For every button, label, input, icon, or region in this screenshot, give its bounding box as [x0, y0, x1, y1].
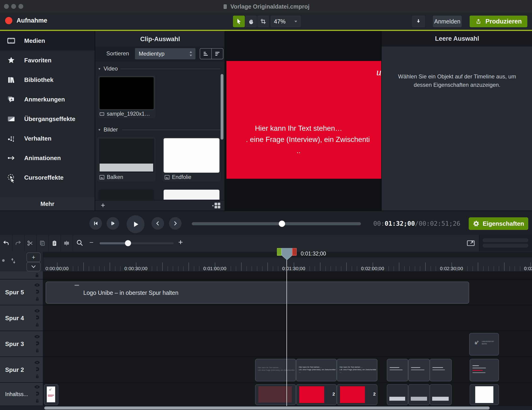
- redo-button[interactable]: [12, 235, 25, 251]
- pan-tool-button[interactable]: [245, 16, 257, 27]
- crop-tool-button[interactable]: [257, 16, 269, 27]
- timeline-zoom-slider-track[interactable]: [100, 242, 174, 244]
- magnet-icon[interactable]: [34, 315, 40, 320]
- track-header-spur2[interactable]: Spur 2: [0, 357, 43, 382]
- sort-ascending-button[interactable]: [200, 49, 212, 59]
- magnet-icon[interactable]: [34, 391, 40, 397]
- clip-media-4[interactable]: [387, 384, 408, 405]
- cursor-tool-button[interactable]: [233, 16, 245, 27]
- clip-text-1[interactable]: Hier kann Ihr Text stehen … z.B. eine Fr…: [255, 359, 296, 381]
- clip-media-5[interactable]: [408, 384, 430, 405]
- clip-startfolie[interactable]: ub: [44, 384, 58, 405]
- canvas-zoom-select[interactable]: 47%: [271, 16, 301, 27]
- record-button[interactable]: Aufnahme: [5, 17, 47, 24]
- seek-slider-knob[interactable]: [279, 220, 285, 227]
- lock-icon[interactable]: [34, 322, 40, 328]
- timeline-zoom-slider-knob[interactable]: [125, 240, 131, 246]
- split-button[interactable]: [60, 235, 73, 251]
- clip-text-3[interactable]: Hier kann Ihr Text stehen … z.B. eine Fr…: [337, 359, 378, 381]
- track-header-inhalt[interactable]: Inhaltss...: [0, 383, 43, 406]
- track-header-spur3[interactable]: Spur 3: [0, 331, 43, 356]
- gear-icon: [473, 220, 479, 227]
- sidebar-item-medien[interactable]: Medien: [0, 31, 95, 50]
- lock-icon[interactable]: [34, 398, 40, 404]
- step-back-button[interactable]: [89, 217, 102, 230]
- paste-button[interactable]: [48, 235, 61, 251]
- clip-media-6[interactable]: [430, 384, 452, 405]
- sidebar-item-animationen[interactable]: Animationen: [0, 148, 95, 168]
- download-button[interactable]: [412, 16, 425, 27]
- eye-icon[interactable]: [34, 309, 40, 313]
- lock-icon[interactable]: [34, 272, 40, 278]
- clip-text-2[interactable]: Hier kann Ihr Text stehen … z.B. eine Fr…: [296, 359, 337, 381]
- partial-thumbnail-dark[interactable]: [98, 190, 154, 200]
- canvas-area[interactable]: Hier kann Ihr Text stehen… . eine Frage …: [225, 31, 382, 210]
- sort-descending-button[interactable]: [212, 49, 223, 59]
- seek-slider-track[interactable]: [192, 222, 361, 225]
- magnet-icon[interactable]: [34, 366, 40, 372]
- lock-icon[interactable]: [34, 374, 40, 379]
- clip-credits[interactable]: [470, 359, 499, 381]
- eye-icon[interactable]: [34, 334, 40, 339]
- clip-media-1[interactable]: [255, 384, 296, 405]
- clip-text-4[interactable]: [387, 359, 408, 381]
- clip-text-5[interactable]: [408, 359, 430, 381]
- eye-icon[interactable]: [34, 385, 40, 389]
- sidebar-item-verhalten[interactable]: Verhalten: [0, 129, 95, 148]
- undo-button[interactable]: [0, 235, 13, 251]
- media-item-video[interactable]: sample_1920x1…: [97, 75, 156, 118]
- produce-button[interactable]: Produzieren: [470, 16, 527, 27]
- minimap-bar[interactable]: [483, 244, 528, 248]
- partial-thumbnail-light[interactable]: [164, 190, 219, 200]
- properties-panel-header: Leere Auswahl: [382, 31, 532, 47]
- track-name: Spur 3: [5, 340, 24, 347]
- magnet-icon[interactable]: [34, 289, 40, 295]
- jump-forward-button[interactable]: [169, 217, 181, 230]
- play-button[interactable]: [127, 215, 144, 233]
- eye-icon[interactable]: [34, 360, 40, 365]
- clip-media-2[interactable]: 2: [296, 384, 337, 405]
- section-images-header[interactable]: ▾ Bilder: [98, 126, 118, 133]
- sort-select[interactable]: Medientyp: [135, 48, 196, 59]
- grid-view-toggle[interactable]: [211, 202, 221, 209]
- clip-text-6[interactable]: [430, 359, 452, 381]
- media-item-endfolie[interactable]: Endfolie: [162, 137, 221, 181]
- sidebar-item-anmerkungen[interactable]: a Anmerkungen: [0, 90, 95, 109]
- zoom-out-button[interactable]: −: [89, 238, 94, 247]
- step-forward-button[interactable]: [107, 217, 119, 230]
- track-row-inhalt: Inhaltss... ub 2 2: [0, 383, 532, 406]
- timeline-hscroll-thumb[interactable]: [44, 407, 490, 410]
- track-header-spur5[interactable]: Spur 5: [0, 279, 43, 305]
- playhead-marker[interactable]: [277, 248, 298, 261]
- clip-logo-unibe[interactable]: Logo Unibe – in oberster Spur halten: [46, 282, 469, 304]
- properties-toggle-button[interactable]: Eigenschaften: [469, 217, 528, 230]
- cut-button[interactable]: [24, 235, 37, 251]
- slide-text-line1: Hier kann Ihr Text stehen…: [225, 124, 378, 133]
- sidebar-item-uebergangseffekte[interactable]: Übergangseffekte: [0, 109, 95, 129]
- detach-timeline-button[interactable]: [463, 237, 478, 249]
- add-media-button[interactable]: +: [101, 201, 105, 210]
- canvas-slide[interactable]: Hier kann Ihr Text stehen… . eine Frage …: [227, 61, 382, 179]
- eye-icon[interactable]: [34, 283, 40, 287]
- minimap-bar[interactable]: [483, 238, 528, 242]
- bin-scrollbar[interactable]: [221, 74, 223, 140]
- sidebar-item-bibliothek[interactable]: Bibliothek: [0, 70, 95, 90]
- copy-button[interactable]: [36, 235, 49, 251]
- lock-icon[interactable]: [34, 296, 40, 302]
- sort-label: Sortieren: [106, 50, 129, 57]
- zoom-in-button[interactable]: +: [178, 238, 183, 247]
- magnet-icon[interactable]: [34, 341, 40, 346]
- sidebar-more-button[interactable]: Mehr: [0, 197, 95, 210]
- media-item-balken[interactable]: Balken: [97, 137, 156, 181]
- playhead-line[interactable]: [286, 257, 287, 406]
- sidebar-item-favoriten[interactable]: Favoriten: [0, 50, 95, 70]
- lock-icon[interactable]: [34, 348, 40, 353]
- clip-unibe-logo-image[interactable]: ub UNIVERSITÄTBERN: [469, 333, 499, 355]
- zoom-timeline-button[interactable]: [76, 239, 84, 247]
- clip-media-3[interactable]: 2: [337, 384, 378, 405]
- track-header-spur4[interactable]: Spur 4: [0, 305, 43, 331]
- jump-back-button[interactable]: [152, 217, 164, 230]
- section-video-header[interactable]: ▾ Video: [98, 65, 118, 72]
- signin-button[interactable]: Anmelden: [433, 16, 462, 27]
- clip-media-endfolie[interactable]: [470, 384, 499, 405]
